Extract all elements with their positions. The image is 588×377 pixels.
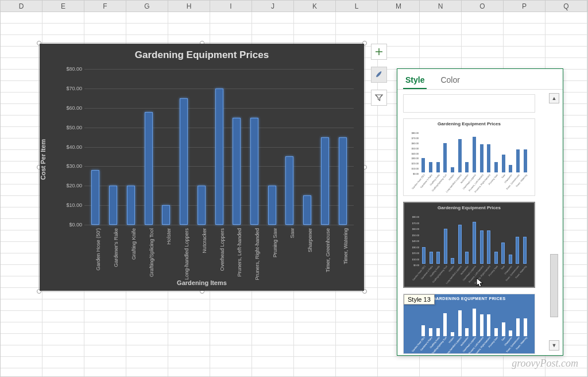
bar[interactable] xyxy=(109,186,117,225)
bar-series[interactable] xyxy=(84,69,354,225)
plot-area[interactable] xyxy=(84,69,354,225)
tab-color[interactable]: Color xyxy=(438,72,462,89)
chart-title[interactable]: Gardening Equipment Prices xyxy=(40,44,364,61)
column-header[interactable]: H xyxy=(168,1,210,11)
style-thumbnails: Gardening Equipment Prices $0.00$10.00$2… xyxy=(403,94,541,354)
column-header[interactable]: K xyxy=(294,1,336,11)
column-header[interactable]: F xyxy=(84,1,126,11)
bar[interactable] xyxy=(233,118,241,225)
style-thumbnail-light[interactable]: Gardening Equipment Prices $0.00$10.00$2… xyxy=(403,118,535,196)
y-axis-title[interactable]: Cost Per Item xyxy=(40,139,47,180)
chart-object[interactable]: Gardening Equipment Prices Cost Per Item… xyxy=(40,44,364,291)
panel-tabs: Style Color xyxy=(397,69,563,90)
panel-body: Gardening Equipment Prices $0.00$10.00$2… xyxy=(397,90,563,355)
style-thumbnail-partial[interactable] xyxy=(403,94,535,113)
bar[interactable] xyxy=(91,170,99,225)
column-header[interactable]: N xyxy=(420,1,462,11)
plus-icon xyxy=(374,47,384,56)
chart-area[interactable]: Gardening Equipment Prices Cost Per Item… xyxy=(40,44,364,291)
column-header[interactable]: E xyxy=(42,1,84,11)
tab-style[interactable]: Style xyxy=(403,72,427,89)
column-header[interactable]: J xyxy=(252,1,294,11)
column-header[interactable]: L xyxy=(336,1,378,11)
watermark: groovyPost.com xyxy=(512,357,578,370)
column-header[interactable]: G xyxy=(126,1,168,11)
chart-styles-button[interactable] xyxy=(371,67,387,83)
bar[interactable] xyxy=(198,186,206,225)
style-thumbnail-dark-selected[interactable]: Gardening Equipment Prices $0.00$10.00$2… xyxy=(403,202,535,288)
column-header[interactable]: D xyxy=(1,1,42,11)
scroll-up-button[interactable]: ▲ xyxy=(549,93,559,103)
chart-styles-panel: Style Color Gardening Equipment Prices $… xyxy=(397,68,563,356)
brush-icon xyxy=(374,70,384,79)
bar[interactable] xyxy=(321,137,329,225)
scroll-thumb[interactable] xyxy=(550,254,558,317)
bar[interactable] xyxy=(285,156,293,225)
y-axis-labels: $0.00$10.00$20.00$30.00$40.00$50.00$60.0… xyxy=(61,69,83,225)
bar[interactable] xyxy=(127,186,135,225)
column-header[interactable]: I xyxy=(210,1,252,11)
column-header[interactable]: O xyxy=(462,1,504,11)
mouse-cursor-icon xyxy=(476,278,484,288)
funnel-icon xyxy=(374,93,384,102)
column-header[interactable]: P xyxy=(504,1,546,11)
bar[interactable] xyxy=(339,137,347,225)
scroll-down-button[interactable]: ▼ xyxy=(549,340,559,351)
chart-elements-button[interactable] xyxy=(371,44,387,60)
chart-filters-button[interactable] xyxy=(371,90,387,106)
x-axis-labels: Garden Hose (50')Gardener's RakeGrafting… xyxy=(84,227,354,276)
bar[interactable] xyxy=(303,195,311,225)
column-header[interactable]: Q xyxy=(546,1,587,11)
x-axis-title[interactable]: Gardening Items xyxy=(40,279,364,286)
bar[interactable] xyxy=(162,205,170,225)
bar[interactable] xyxy=(145,112,153,225)
column-header-row: DEFGHIJKLMNOPQ xyxy=(1,1,587,12)
chart-side-buttons xyxy=(371,44,388,113)
bar[interactable] xyxy=(215,89,223,225)
bar[interactable] xyxy=(250,118,258,225)
panel-scrollbar[interactable]: ▲ ▼ xyxy=(549,93,559,351)
style-tooltip: Style 13 xyxy=(404,294,435,305)
bar[interactable] xyxy=(180,98,188,225)
bar[interactable] xyxy=(268,186,276,225)
column-header[interactable]: M xyxy=(378,1,420,11)
